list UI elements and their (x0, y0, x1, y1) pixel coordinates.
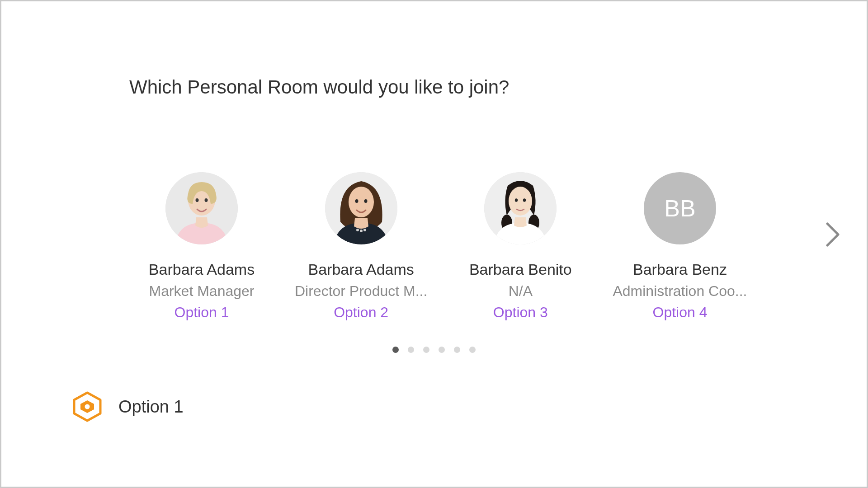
avatar (325, 172, 397, 244)
person-card-row: Barbara Adams Market Manager Option 1 (129, 172, 752, 321)
pagination-dot[interactable] (454, 347, 460, 353)
svg-point-9 (364, 199, 367, 203)
person-card[interactable]: Barbara Adams Market Manager Option 1 (129, 172, 274, 321)
person-name: Barbara Benz (633, 261, 727, 278)
footer-option-label: Option 1 (118, 397, 184, 417)
person-title: Administration Coo... (613, 283, 747, 300)
svg-point-3 (196, 198, 199, 202)
svg-point-12 (363, 229, 366, 231)
option-label: Option 4 (652, 304, 707, 321)
svg-point-11 (360, 230, 363, 232)
footer-row: Option 1 (71, 391, 184, 422)
person-name: Barbara Benito (469, 261, 572, 278)
person-photo-icon (325, 172, 397, 244)
person-name: Barbara Adams (149, 261, 255, 278)
avatar: BB (644, 172, 716, 244)
person-name: Barbara Adams (308, 261, 414, 278)
person-photo-icon (484, 172, 557, 244)
pagination-dot[interactable] (392, 347, 399, 353)
pagination-dots (1, 347, 867, 353)
person-title: Director Product M... (295, 283, 427, 300)
svg-point-15 (509, 187, 532, 216)
hexagon-icon (71, 391, 103, 422)
person-card[interactable]: Barbara Adams Director Product M... Opti… (289, 172, 434, 321)
pagination-dot[interactable] (408, 347, 414, 353)
svg-point-18 (515, 198, 518, 202)
option-label: Option 2 (334, 304, 388, 321)
person-photo-icon (165, 172, 238, 244)
person-title: N/A (509, 283, 533, 300)
avatar (484, 172, 557, 244)
chevron-right-icon (825, 222, 841, 247)
avatar (165, 172, 238, 244)
page-title: Which Personal Room would you like to jo… (129, 76, 509, 98)
person-card[interactable]: BB Barbara Benz Administration Coo... Op… (608, 172, 752, 321)
svg-point-22 (85, 404, 90, 409)
avatar-initials: BB (644, 172, 716, 244)
option-label: Option 3 (493, 304, 548, 321)
option-label: Option 1 (175, 304, 229, 321)
person-title: Market Manager (149, 283, 255, 300)
pagination-dot[interactable] (469, 347, 476, 353)
next-button[interactable] (821, 221, 844, 248)
svg-point-19 (523, 198, 526, 202)
svg-point-4 (205, 198, 208, 202)
svg-point-8 (355, 199, 358, 203)
pagination-dot[interactable] (439, 347, 445, 353)
svg-point-10 (356, 229, 359, 231)
pagination-dot[interactable] (423, 347, 429, 353)
window-frame: Which Personal Room would you like to jo… (0, 0, 868, 488)
person-card[interactable]: Barbara Benito N/A Option 3 (448, 172, 593, 321)
